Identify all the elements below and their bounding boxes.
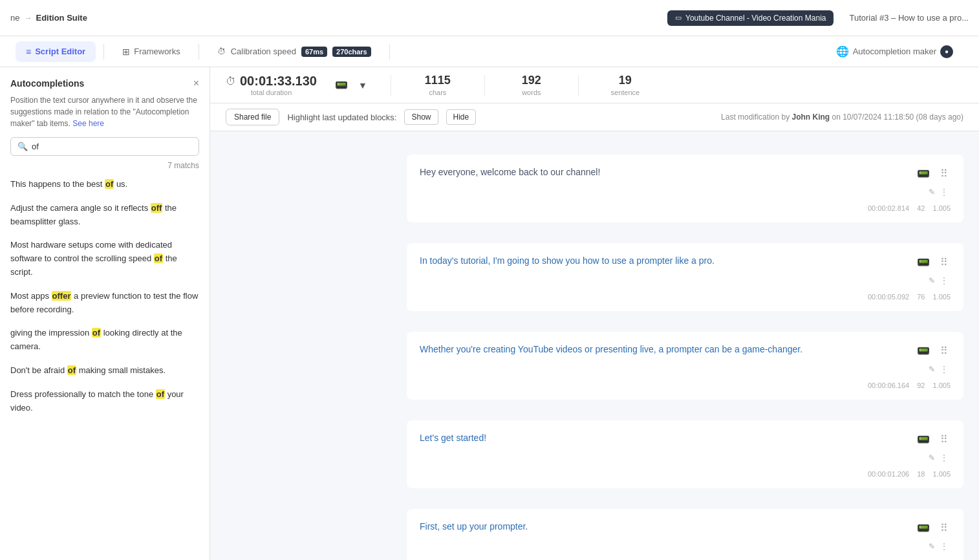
camera-icon-button-3[interactable]: 📟 — [914, 342, 932, 360]
dots-icon-button-1[interactable]: ⠿ — [938, 165, 951, 182]
script-meta-1: 00:00:02.814 42 1.005 — [420, 204, 951, 212]
teleprompter-icon-button[interactable]: 📟 — [332, 76, 350, 94]
sentences-label: sentence — [611, 89, 640, 96]
see-here-link[interactable]: See here — [72, 119, 104, 128]
tab-separator-1 — [103, 44, 104, 59]
breadcrumb-arrow: → — [23, 13, 32, 23]
table-row: First, set up your prompter. 📟 ⠿ ✎ ⋮ — [210, 501, 979, 560]
duration-label: total duration — [251, 89, 292, 96]
search-box: 🔍 — [10, 137, 199, 156]
tab-script-editor-label: Script Editor — [35, 47, 85, 56]
dots-icon-button-3[interactable]: ⠿ — [938, 342, 951, 360]
block-time-4: 00:00:01.206 — [868, 470, 909, 478]
sentences-value: 19 — [619, 74, 632, 87]
stats-sentences: 19 sentence — [599, 74, 651, 96]
frameworks-icon: ⊞ — [122, 47, 130, 57]
block-chars-3: 92 — [917, 382, 925, 389]
script-area: ⏱ 00:01:33.130 total duration 📟 ▼ 1115 c… — [210, 67, 979, 560]
block-left-5 — [226, 509, 407, 560]
calibration-chars-badge: 270chars — [332, 47, 371, 57]
edit-icon-button-3[interactable]: ✎ — [926, 362, 938, 376]
more-icon-button-3[interactable]: ⋮ — [938, 362, 951, 376]
search-input[interactable] — [32, 142, 192, 151]
edit-icon-button-5[interactable]: ✎ — [926, 539, 938, 554]
match-count: 7 matchs — [10, 161, 199, 170]
dots-icon-button-4[interactable]: ⠿ — [938, 431, 951, 448]
script-block-main-4: Let's get started! 📟 ⠿ ✎ ⋮ 00:00:01.206 — [407, 420, 963, 488]
block-chars-1: 42 — [917, 204, 925, 212]
dots-icon-button-5[interactable]: ⠿ — [938, 519, 951, 537]
author-name: John King — [791, 113, 830, 122]
more-icon-button-4[interactable]: ⋮ — [938, 451, 951, 465]
list-item: Adjust the camera angle so it reflects o… — [10, 202, 199, 229]
script-editor-icon: ≡ — [26, 47, 31, 57]
dots-icon-button-2[interactable]: ⠿ — [938, 253, 951, 271]
more-icon-button-1[interactable]: ⋮ — [938, 185, 951, 199]
channel-icon: ▭ — [675, 14, 682, 22]
tab-frameworks[interactable]: ⊞ Frameworks — [112, 41, 191, 62]
edit-icon-button-2[interactable]: ✎ — [926, 274, 938, 288]
highlight: of — [92, 328, 101, 338]
edit-icon-button-4[interactable]: ✎ — [926, 451, 938, 465]
list-item: Most apps offer a preview function to te… — [10, 290, 199, 317]
script-text-1: Hey everyone, welcome back to our channe… — [420, 165, 907, 179]
tab-separator-3 — [389, 44, 390, 59]
more-icon-button-5[interactable]: ⋮ — [938, 539, 951, 554]
tutorial-title: Tutorial #3 – How to use a pro... — [849, 13, 969, 23]
stats-words: 192 words — [506, 74, 557, 96]
autocompletion-circle-icon: ● — [940, 45, 953, 58]
show-highlights-button[interactable]: Show — [404, 109, 438, 125]
block-time-2: 00:00:05.092 — [868, 293, 909, 301]
tab-autocompletion[interactable]: 🌐 Autocompletion maker ● — [826, 40, 963, 63]
sidebar-close-button[interactable]: × — [193, 78, 199, 89]
sidebar-header: Autocompletions × — [10, 78, 199, 89]
sidebar-description: Position the text cursor anywhere in it … — [10, 94, 199, 129]
block-left-3 — [226, 332, 407, 400]
calibration-ms-badge: 67ms — [301, 47, 327, 57]
edit-icon-button-1[interactable]: ✎ — [926, 185, 938, 199]
stats-bar: ⏱ 00:01:33.130 total duration 📟 ▼ 1115 c… — [210, 67, 979, 103]
script-text-2: In today's tutorial, I'm going to show y… — [420, 253, 907, 268]
script-content: Hey everyone, welcome back to our channe… — [210, 131, 979, 560]
tab-calibration[interactable]: ⏱ Calibration speed 67ms 270chars — [207, 41, 382, 62]
stats-chars: 1115 chars — [412, 74, 464, 96]
highlight: off — [151, 203, 163, 213]
block-speed-1: 1.005 — [932, 204, 951, 212]
block-chars-4: 18 — [917, 470, 925, 478]
highlight: of — [156, 389, 165, 399]
channel-badge[interactable]: ▭ Youtube Channel - Video Creation Mania — [667, 10, 834, 26]
breadcrumb-current: Edition Suite — [36, 13, 87, 23]
block-left-2 — [226, 243, 407, 311]
stats-divider-1 — [391, 75, 391, 96]
globe-icon: 🌐 — [836, 45, 849, 58]
list-item: Most hardware setups come with dedicated… — [10, 239, 199, 279]
camera-icon-button-2[interactable]: 📟 — [914, 253, 932, 271]
modification-info: Last modification by John King on 10/07/… — [721, 113, 963, 122]
script-block-main-3: Whether you're creating YouTube videos o… — [407, 332, 963, 400]
camera-icon-button-5[interactable]: 📟 — [914, 519, 932, 537]
table-row: Whether you're creating YouTube videos o… — [210, 324, 979, 407]
block-left-4 — [226, 420, 407, 488]
tab-script-editor[interactable]: ≡ Script Editor — [16, 41, 96, 62]
total-duration: 00:01:33.130 — [240, 74, 317, 89]
settings-icon-button[interactable]: ▼ — [356, 78, 370, 93]
words-value: 192 — [522, 74, 541, 87]
sidebar-title: Autocompletions — [10, 78, 84, 89]
hide-highlights-button[interactable]: Hide — [446, 109, 477, 125]
highlight: offer — [52, 291, 72, 301]
autocompletions-sidebar: Autocompletions × Position the text curs… — [0, 67, 210, 560]
block-speed-3: 1.005 — [932, 382, 951, 389]
tab-frameworks-label: Frameworks — [134, 47, 180, 56]
breadcrumb: ne → Edition Suite — [10, 13, 87, 23]
camera-icon-button-1[interactable]: 📟 — [914, 165, 932, 182]
list-item: This happens to the best of us. — [10, 178, 199, 191]
more-icon-button-2[interactable]: ⋮ — [938, 274, 951, 288]
camera-icon-button-4[interactable]: 📟 — [914, 431, 932, 448]
highlight: of — [154, 253, 163, 263]
toolbar-bar: Shared file Highlight last updated block… — [210, 103, 979, 131]
script-meta-2: 00:00:05.092 76 1.005 — [420, 293, 951, 301]
channel-name: Youtube Channel - Video Creation Mania — [685, 14, 826, 23]
shared-file-button[interactable]: Shared file — [226, 109, 279, 125]
block-speed-4: 1.005 — [932, 470, 951, 478]
script-meta-3: 00:00:06.164 92 1.005 — [420, 382, 951, 389]
